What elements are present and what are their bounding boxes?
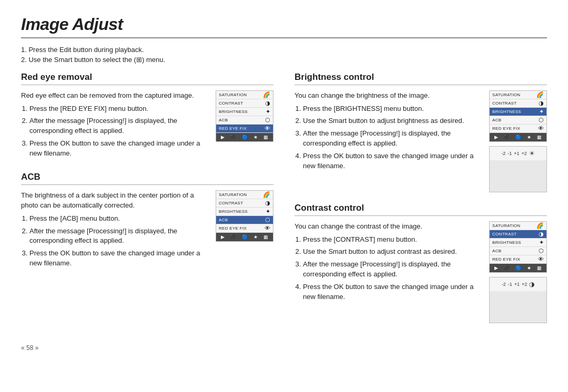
page-title: Image Adjust bbox=[21, 15, 547, 38]
acb-text: The brightness of a dark subject in the … bbox=[21, 190, 208, 271]
menu-row-acb: ACB⬡ bbox=[490, 116, 546, 125]
menu-bottom-bar: ▶⬛🔵★▦ bbox=[216, 233, 273, 241]
contrast-text: You can change the contrast of the image… bbox=[295, 221, 482, 305]
red-eye-step-2: After the message [Processing!] is displ… bbox=[29, 116, 208, 136]
red-eye-text: Red eye effect can be removed from the c… bbox=[21, 90, 208, 161]
section-red-eye: Red eye removal Red eye effect can be re… bbox=[21, 72, 273, 161]
menu-row-contrast: CONTRAST◑ bbox=[216, 99, 273, 108]
menu-row-contrast: CONTRAST◑ bbox=[490, 99, 546, 108]
red-eye-content: Red eye effect can be removed from the c… bbox=[21, 90, 273, 161]
menu-bottom-bar: ▶⬛🔵★▦ bbox=[490, 264, 546, 272]
brightness-slider-panel: -2-1+1+2☀ bbox=[489, 146, 547, 192]
slider-preview-area bbox=[490, 160, 546, 192]
contrast-slider-panel: -2-1+1+2◑ bbox=[489, 277, 547, 323]
contrast-step-1: Press the [CONTRAST] menu button. bbox=[303, 235, 482, 245]
slider-preview-area bbox=[490, 291, 546, 323]
acb-steps: Press the [ACB] menu button. After the m… bbox=[29, 214, 208, 269]
menu-row-saturation: SATURATION🌈 bbox=[490, 91, 546, 99]
menu-row-acb: ACB⬡ bbox=[216, 216, 273, 224]
brightness-step-4: Press the OK button to save the changed … bbox=[303, 151, 482, 171]
contrast-step-3: After the message [Processing!] is displ… bbox=[303, 260, 482, 280]
intro-line-2: 2. Use the Smart button to select the (⊞… bbox=[21, 56, 547, 64]
contrast-menu-panel: SATURATION🌈CONTRAST◑BRIGHTNESS✦ACB⬡RED E… bbox=[489, 221, 547, 273]
page-footer: « 58 » bbox=[21, 344, 547, 352]
acb-step-3: Press the OK button to save the changed … bbox=[29, 249, 208, 269]
brightness-menu-panel: SATURATION🌈CONTRAST◑BRIGHTNESS✦ACB⬡RED E… bbox=[489, 90, 547, 142]
section-brightness: Brightness control You can change the br… bbox=[295, 72, 547, 192]
acb-content: The brightness of a dark subject in the … bbox=[21, 190, 273, 271]
section-acb: ACB The brightness of a dark subject in … bbox=[21, 172, 273, 271]
menu-row-brightness: BRIGHTNESS✦ bbox=[216, 108, 273, 116]
brightness-step-1: Press the [BRIGHTNESS] menu button. bbox=[303, 104, 482, 114]
contrast-panels: SATURATION🌈CONTRAST◑BRIGHTNESS✦ACB⬡RED E… bbox=[489, 221, 547, 323]
page-number: « 58 » bbox=[21, 344, 38, 352]
acb-menu-panel: SATURATION🌈CONTRAST◑BRIGHTNESS✦ACB⬡RED E… bbox=[216, 190, 273, 242]
brightness-intro: You can change the brightness of the ima… bbox=[295, 90, 482, 101]
red-eye-steps: Press the [RED EYE FIX] menu button. Aft… bbox=[29, 104, 208, 159]
menu-row-red-eye-fix: RED EYE FIX👁 bbox=[216, 125, 273, 133]
menu-row-contrast: CONTRAST◑ bbox=[216, 199, 273, 208]
left-column: Red eye removal Red eye effect can be re… bbox=[21, 72, 273, 334]
contrast-intro: You can change the contrast of the image… bbox=[295, 221, 482, 232]
acb-step-1: Press the [ACB] menu button. bbox=[29, 214, 208, 224]
contrast-step-2: Use the Smart button to adjust contrast … bbox=[303, 247, 482, 257]
menu-bottom-bar: ▶⬛🔵★▦ bbox=[216, 133, 273, 141]
menu-row-saturation: SATURATION🌈 bbox=[216, 191, 273, 199]
section-contrast: Contrast control You can change the cont… bbox=[295, 203, 547, 323]
slider-bar: -2-1+1+2◑ bbox=[490, 277, 546, 291]
menu-row-contrast: CONTRAST◑ bbox=[490, 230, 546, 239]
red-eye-menu-panel: SATURATION🌈CONTRAST◑BRIGHTNESS✦ACB⬡RED E… bbox=[216, 90, 273, 142]
menu-row-brightness: BRIGHTNESS✦ bbox=[490, 239, 546, 247]
brightness-step-3: After the message [Processing!] is displ… bbox=[303, 129, 482, 149]
brightness-content: You can change the brightness of the ima… bbox=[295, 90, 547, 192]
brightness-panels: SATURATION🌈CONTRAST◑BRIGHTNESS✦ACB⬡RED E… bbox=[489, 90, 547, 192]
right-column: Brightness control You can change the br… bbox=[295, 72, 547, 334]
main-layout: Red eye removal Red eye effect can be re… bbox=[21, 72, 547, 334]
menu-row-acb: ACB⬡ bbox=[216, 116, 273, 125]
brightness-title: Brightness control bbox=[295, 72, 547, 85]
acb-step-2: After the message [Processing!] is displ… bbox=[29, 226, 208, 246]
menu-row-red-eye-fix: RED EYE FIX👁 bbox=[216, 224, 273, 233]
red-eye-body: Red eye effect can be removed from the c… bbox=[21, 90, 208, 101]
menu-row-saturation: SATURATION🌈 bbox=[490, 222, 546, 230]
contrast-content: You can change the contrast of the image… bbox=[295, 221, 547, 323]
page-intro: 1. Press the Edit button during playback… bbox=[21, 46, 547, 64]
acb-title: ACB bbox=[21, 172, 273, 185]
brightness-steps: Press the [BRIGHTNESS] menu button. Use … bbox=[303, 104, 482, 171]
menu-bottom-bar: ▶⬛🔵★▦ bbox=[490, 133, 546, 141]
red-eye-step-1: Press the [RED EYE FIX] menu button. bbox=[29, 104, 208, 114]
menu-row-red-eye-fix: RED EYE FIX👁 bbox=[490, 255, 546, 264]
menu-row-brightness: BRIGHTNESS✦ bbox=[490, 108, 546, 116]
contrast-title: Contrast control bbox=[295, 203, 547, 216]
red-eye-step-3: Press the OK button to save the changed … bbox=[29, 139, 208, 159]
menu-row-acb: ACB⬡ bbox=[490, 247, 546, 255]
menu-row-brightness: BRIGHTNESS✦ bbox=[216, 208, 273, 216]
acb-body: The brightness of a dark subject in the … bbox=[21, 190, 208, 211]
contrast-step-4: Press the OK button to save the changed … bbox=[303, 282, 482, 302]
menu-row-saturation: SATURATION🌈 bbox=[216, 91, 273, 99]
contrast-steps: Press the [CONTRAST] menu button. Use th… bbox=[303, 235, 482, 302]
intro-line-1: 1. Press the Edit button during playback… bbox=[21, 46, 547, 54]
menu-row-red-eye-fix: RED EYE FIX👁 bbox=[490, 125, 546, 133]
red-eye-title: Red eye removal bbox=[21, 72, 273, 85]
brightness-step-2: Use the Smart button to adjust brightnes… bbox=[303, 116, 482, 126]
brightness-text: You can change the brightness of the ima… bbox=[295, 90, 482, 174]
slider-bar: -2-1+1+2☀ bbox=[490, 147, 546, 160]
